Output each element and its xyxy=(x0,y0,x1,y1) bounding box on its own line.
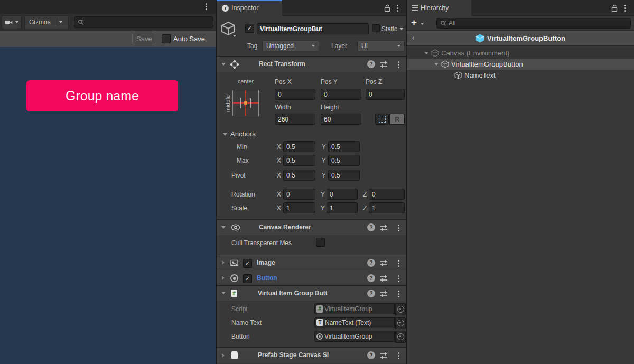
presets-icon[interactable] xyxy=(380,61,388,68)
foldout-open-icon[interactable] xyxy=(221,63,226,66)
static-checkbox[interactable] xyxy=(372,24,380,32)
anchors-min-x-field[interactable]: 0.5 xyxy=(283,141,315,152)
width-label: Width xyxy=(275,104,291,111)
kebab-menu-icon[interactable] xyxy=(398,352,399,359)
scale-z-field[interactable]: 1 xyxy=(369,202,405,213)
anchors-min-y-field[interactable]: 0.5 xyxy=(328,141,360,152)
name-text-object-field[interactable]: T NameText (Text) xyxy=(314,317,395,328)
help-icon[interactable]: ? xyxy=(367,259,375,267)
presets-icon[interactable] xyxy=(380,275,388,282)
rotation-x-field[interactable]: 0 xyxy=(283,189,315,200)
kebab-menu-icon[interactable] xyxy=(398,225,399,231)
anchors-max-y-field[interactable]: 0.5 xyxy=(328,155,360,166)
static-dropdown-icon[interactable] xyxy=(400,28,403,30)
pos-y-field[interactable]: 0 xyxy=(321,89,361,100)
tab-inspector[interactable]: i Inspector xyxy=(217,0,282,16)
gameobject-icon-dropdown[interactable] xyxy=(233,35,236,37)
tag-dropdown[interactable]: Untagged xyxy=(262,40,319,51)
auto-save-checkbox[interactable] xyxy=(162,34,171,43)
presets-icon[interactable] xyxy=(380,290,388,297)
gameobject-cube-icon[interactable] xyxy=(221,21,236,36)
button-component-icon xyxy=(230,274,238,282)
height-field[interactable]: 60 xyxy=(321,114,361,125)
create-plus-icon[interactable]: + xyxy=(411,17,417,29)
button-enabled-checkbox[interactable]: ✓ xyxy=(243,274,252,283)
gameobject-name-field[interactable]: VirtualItemGroupBut xyxy=(257,23,369,34)
prefab-stage-canvas-header[interactable]: Prefab Stage Canvas Si ? xyxy=(217,347,406,363)
scale-y-field[interactable]: 1 xyxy=(327,202,358,213)
csharp-script-icon: # xyxy=(316,305,323,313)
back-chevron-icon[interactable]: ‹ xyxy=(412,33,415,42)
blueprint-mode-button[interactable] xyxy=(375,114,389,125)
image-enabled-checkbox[interactable]: ✓ xyxy=(243,259,252,268)
create-dropdown-icon[interactable] xyxy=(421,23,424,25)
foldout-open-icon[interactable] xyxy=(434,63,439,66)
foldout-open-icon[interactable] xyxy=(424,52,428,54)
width-field[interactable]: 260 xyxy=(275,114,315,125)
pos-x-field[interactable]: 0 xyxy=(275,89,315,100)
prefab-root-name[interactable]: VirtualItemGroupButton xyxy=(487,34,565,42)
anchors-foldout-icon[interactable] xyxy=(223,133,227,136)
help-icon[interactable]: ? xyxy=(367,223,375,231)
kebab-menu-icon[interactable] xyxy=(398,260,399,267)
lock-icon[interactable] xyxy=(384,4,391,12)
rotation-y-field[interactable]: 0 xyxy=(327,189,358,200)
hierarchy-search-input[interactable]: All xyxy=(436,18,631,29)
unity-editor-window: Gizmos Save Auto Save Group n xyxy=(0,0,634,364)
script-object-picker[interactable] xyxy=(395,303,406,315)
pivot-y-field[interactable]: 0.5 xyxy=(328,170,360,181)
rect-transform-header[interactable]: Rect Transform ? xyxy=(217,56,406,72)
scale-x-field[interactable]: 1 xyxy=(283,202,315,213)
foldout-closed-icon[interactable] xyxy=(222,353,225,358)
lock-icon[interactable] xyxy=(611,4,618,12)
kebab-menu-icon[interactable] xyxy=(398,275,399,282)
button-object-picker[interactable] xyxy=(395,331,406,343)
kebab-menu-icon[interactable] xyxy=(398,291,399,297)
presets-icon[interactable] xyxy=(380,259,388,266)
anchor-preset-widget[interactable] xyxy=(232,90,259,116)
canvas-renderer-header[interactable]: Canvas Renderer ? xyxy=(217,219,406,235)
image-component-header[interactable]: ✓ Image ? xyxy=(217,255,406,270)
raw-edit-label: R xyxy=(395,116,399,123)
anchors-max-x-field[interactable]: 0.5 xyxy=(283,155,315,166)
name-text-value: NameText (Text) xyxy=(325,319,371,326)
raw-edit-mode-button[interactable]: R xyxy=(389,114,405,125)
tree-row-name-text[interactable]: NameText xyxy=(407,70,634,81)
auto-save-label: Auto Save xyxy=(173,35,205,43)
kebab-menu-icon[interactable] xyxy=(398,61,399,68)
presets-icon[interactable] xyxy=(380,352,388,359)
foldout-open-icon[interactable] xyxy=(221,292,226,294)
rotation-z-field[interactable]: 0 xyxy=(369,189,405,200)
name-text-object-picker[interactable] xyxy=(395,317,406,329)
foldout-open-icon[interactable] xyxy=(221,226,226,229)
gameobject-active-checkbox[interactable]: ✓ xyxy=(245,24,254,33)
pivot-x-field[interactable]: 0.5 xyxy=(283,170,315,181)
pos-z-field[interactable]: 0 xyxy=(366,89,405,100)
scene-canvas[interactable]: Group name xyxy=(0,47,216,364)
button-object-field[interactable]: VirtualItemGroup xyxy=(314,331,395,342)
help-icon[interactable]: ? xyxy=(367,290,375,297)
cull-transparent-mesh-checkbox[interactable] xyxy=(316,238,325,247)
virtual-item-group-button-header[interactable]: # Virtual Item Group Butt ? xyxy=(217,285,406,301)
scene-search-input[interactable] xyxy=(74,16,213,28)
help-icon[interactable]: ? xyxy=(367,60,375,68)
tree-row-canvas-environment[interactable]: Canvas (Environment) xyxy=(407,48,634,59)
layer-dropdown[interactable]: UI xyxy=(357,40,405,51)
help-icon[interactable]: ? xyxy=(367,351,375,359)
save-button[interactable]: Save xyxy=(132,33,156,44)
inspector-kebab-menu-icon[interactable] xyxy=(397,5,398,12)
hierarchy-kebab-menu-icon[interactable] xyxy=(624,5,626,12)
button-component-header[interactable]: ✓ Button ? xyxy=(217,270,406,285)
tree-row-virtual-item-group-button[interactable]: VirtualItemGroupButton xyxy=(407,59,634,70)
image-icon xyxy=(230,259,239,267)
presets-icon[interactable] xyxy=(380,224,388,231)
foldout-closed-icon[interactable] xyxy=(222,260,225,265)
scene-camera-dropdown[interactable] xyxy=(2,15,22,29)
foldout-closed-icon[interactable] xyxy=(222,276,225,280)
tab-hierarchy[interactable]: Hierarchy xyxy=(407,0,471,16)
virtual-item-group-button-preview[interactable]: Group name xyxy=(26,80,178,111)
help-icon[interactable]: ? xyxy=(367,274,375,282)
script-object-field[interactable]: # VirtualItemGroup xyxy=(314,303,395,314)
gizmos-dropdown[interactable]: Gizmos xyxy=(24,15,69,29)
scene-kebab-menu-icon[interactable] xyxy=(206,3,207,10)
